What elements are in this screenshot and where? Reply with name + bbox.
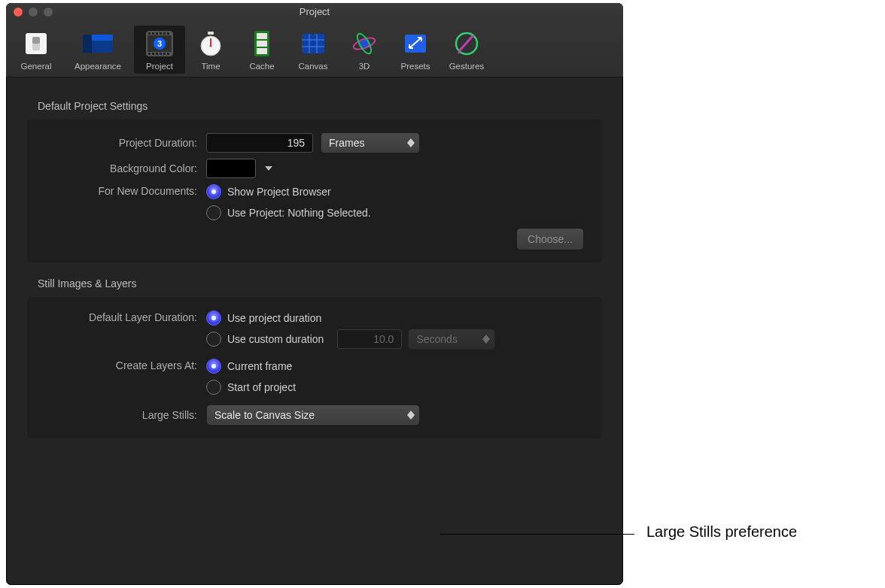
radio-icon [206, 311, 221, 326]
updown-icon [406, 411, 416, 420]
large-stills-label: Large Stills: [35, 409, 206, 421]
svg-rect-10 [152, 32, 154, 35]
appearance-icon [81, 27, 115, 60]
createat-opt-current[interactable]: Current frame [206, 356, 296, 377]
updown-icon [481, 335, 491, 344]
svg-rect-17 [156, 53, 158, 55]
svg-rect-5 [83, 35, 92, 53]
popup-value: Seconds [416, 333, 457, 345]
gyro-3d-icon [347, 27, 382, 60]
layer-duration-label: Default Layer Duration: [35, 308, 206, 323]
radio-icon [206, 205, 221, 220]
custom-duration-input [337, 329, 402, 349]
tab-canvas[interactable]: Canvas [287, 26, 339, 74]
radio-icon [206, 380, 221, 395]
choose-button[interactable]: Choose... [516, 228, 584, 250]
svg-rect-9 [148, 32, 151, 35]
callout-text: Large Stills preference [646, 523, 797, 541]
radio-icon [206, 332, 221, 347]
tab-label: Canvas [299, 62, 328, 71]
project-duration-input[interactable] [206, 133, 313, 153]
popup-value: Frames [329, 137, 364, 149]
radio-label: Start of project [227, 381, 296, 393]
close-icon[interactable] [14, 8, 23, 17]
project-duration-unit-popup[interactable]: Frames [321, 132, 420, 153]
project-pane: Default Project Settings Project Duratio… [6, 77, 623, 461]
svg-rect-2 [32, 37, 40, 44]
stopwatch-icon [193, 27, 228, 60]
updown-icon [406, 138, 416, 147]
createat-opt-start[interactable]: Start of project [206, 377, 296, 398]
svg-rect-28 [257, 33, 267, 39]
svg-rect-31 [302, 34, 324, 53]
tab-label: General [21, 62, 52, 71]
tab-label: Presets [401, 62, 430, 71]
prefs-toolbar: General Appearance [6, 21, 623, 77]
svg-rect-15 [148, 53, 151, 55]
bgcolor-well[interactable] [206, 159, 256, 178]
tab-3d[interactable]: 3D [339, 26, 390, 74]
tab-label: Cache [249, 62, 274, 71]
grid-icon [296, 27, 330, 60]
tab-label: Time [201, 62, 220, 71]
radio-label: Use project duration [227, 312, 321, 324]
traffic-lights [14, 8, 53, 17]
tab-project[interactable]: 3 Project [134, 26, 185, 74]
filmstrip-icon: 3 [142, 27, 177, 60]
titlebar: Project [6, 3, 623, 21]
project-duration-label: Project Duration: [35, 137, 206, 149]
resize-icon [398, 27, 433, 60]
radio-label: Current frame [227, 360, 292, 372]
svg-rect-14 [167, 32, 169, 35]
large-stills-popup[interactable]: Scale to Canvas Size [206, 405, 420, 426]
radio-label: Use custom duration [227, 333, 324, 345]
tab-general[interactable]: General [11, 26, 62, 74]
window-title: Project [300, 6, 330, 17]
section-title-stills: Still Images & Layers [38, 277, 605, 289]
radio-label: Use Project: Nothing Selected. [227, 207, 371, 219]
tab-presets[interactable]: Presets [390, 26, 441, 74]
layerdur-opt-project[interactable]: Use project duration [206, 308, 495, 329]
create-layers-label: Create Layers At: [35, 356, 206, 371]
radio-label: Show Project Browser [227, 186, 331, 198]
pen-gesture-icon [449, 27, 484, 60]
tab-label: Project [146, 62, 173, 71]
svg-text:3: 3 [157, 39, 162, 48]
button-label: Choose... [528, 233, 573, 245]
svg-rect-23 [208, 32, 214, 35]
svg-rect-12 [160, 32, 162, 35]
preferences-window: Project General Appearance [6, 3, 623, 585]
svg-rect-29 [257, 41, 267, 47]
svg-point-26 [210, 45, 212, 47]
chevron-down-icon[interactable] [263, 163, 274, 174]
switch-icon [19, 27, 53, 60]
svg-rect-30 [257, 48, 267, 54]
layerdur-opt-custom[interactable]: Use custom duration Seconds [206, 329, 495, 350]
newdoc-opt-show-browser[interactable]: Show Project Browser [206, 181, 371, 202]
newdoc-label: For New Documents: [35, 181, 206, 197]
tab-gestures[interactable]: Gestures [441, 26, 492, 74]
svg-rect-13 [163, 32, 166, 35]
svg-rect-11 [156, 32, 158, 35]
tab-appearance[interactable]: Appearance [62, 26, 134, 74]
ram-icon [245, 27, 279, 60]
svg-rect-20 [167, 53, 169, 55]
svg-rect-18 [160, 53, 162, 55]
section-body-stills: Default Layer Duration: Use project dura… [27, 297, 602, 438]
custom-duration-unit-popup: Seconds [408, 329, 495, 350]
tab-label: Appearance [75, 62, 121, 71]
bgcolor-label: Background Color: [35, 162, 206, 174]
zoom-icon[interactable] [44, 8, 53, 17]
newdoc-opt-use-project[interactable]: Use Project: Nothing Selected. [206, 202, 371, 223]
tab-cache[interactable]: Cache [236, 26, 287, 74]
svg-rect-19 [163, 53, 166, 55]
radio-icon [206, 184, 221, 199]
popup-value: Scale to Canvas Size [214, 409, 315, 421]
section-body-project: Project Duration: Frames Background Colo… [27, 120, 602, 262]
minimize-icon[interactable] [29, 8, 38, 17]
tab-label: 3D [359, 62, 370, 71]
tab-time[interactable]: Time [185, 26, 236, 74]
tab-label: Gestures [449, 62, 485, 71]
radio-icon [206, 359, 221, 374]
svg-rect-16 [152, 53, 154, 55]
